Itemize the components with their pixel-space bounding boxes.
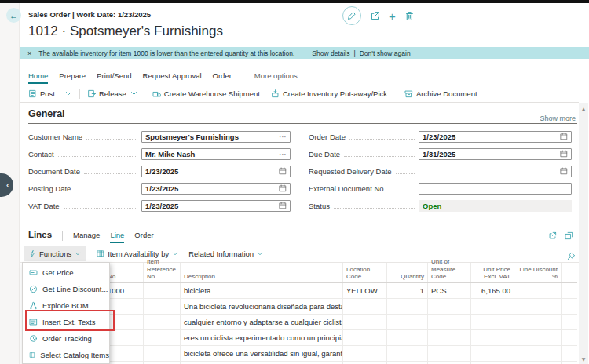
- menu-item-insert-ext-texts[interactable]: Insert Ext. Texts: [23, 314, 109, 330]
- cell-description[interactable]: cualquier entorno y adaptarse a cualquie…: [181, 315, 343, 329]
- contact-input[interactable]: Mr. Mike Nash ···: [141, 148, 291, 160]
- scroll-up-icon[interactable]: ▲: [579, 104, 588, 113]
- calendar-icon[interactable]: [560, 150, 568, 158]
- cell-line-discount[interactable]: [514, 330, 562, 345]
- column-header-unit-price-excl-vat[interactable]: Unit Price Excl. VAT: [471, 263, 514, 282]
- lines-tab-line[interactable]: Line: [110, 231, 124, 243]
- scroll-down-icon[interactable]: ▼: [579, 354, 588, 363]
- vat-date-input[interactable]: 1/23/2025: [141, 200, 291, 212]
- column-header-location-code[interactable]: Location Code: [343, 263, 387, 282]
- release-dropdown-chevron[interactable]: [130, 91, 137, 96]
- cell-location-code[interactable]: YELLOW: [343, 283, 387, 298]
- cell-item-reference-no[interactable]: [144, 346, 181, 361]
- edit-button[interactable]: [342, 6, 361, 25]
- document-date-input[interactable]: 1/23/2025: [141, 166, 291, 177]
- menu-item-select-catalog-items[interactable]: Select Catalog Items: [23, 347, 109, 363]
- cell-quantity[interactable]: [387, 346, 428, 361]
- cell-line-discount[interactable]: [514, 299, 562, 314]
- create-warehouse-shipment-button[interactable]: Create Warehouse Shipment: [152, 89, 260, 98]
- cell-unit-of-measure[interactable]: [428, 346, 471, 361]
- cell-description[interactable]: bicicleta: [181, 283, 343, 298]
- cell-unit-price[interactable]: 6,165.00: [471, 283, 514, 298]
- cell-unit-of-measure[interactable]: [428, 330, 471, 345]
- cell-no[interactable]: [104, 330, 144, 345]
- cell-item-reference-no[interactable]: [144, 330, 181, 345]
- table-row[interactable]: cualquier entorno y adaptarse a cualquie…: [104, 315, 577, 330]
- cell-no[interactable]: [104, 299, 144, 314]
- delete-button[interactable]: [404, 11, 415, 21]
- cell-unit-of-measure[interactable]: [428, 315, 471, 329]
- column-header-description[interactable]: Description: [181, 263, 343, 282]
- archive-document-button[interactable]: Archive Document: [404, 89, 477, 98]
- column-header-line-discount[interactable]: Line Discount %: [514, 263, 562, 282]
- close-icon[interactable]: ×: [27, 49, 31, 57]
- related-information-button[interactable]: Related Information: [188, 249, 263, 258]
- cell-quantity[interactable]: 1: [387, 283, 428, 298]
- menu-item-get-line-discount[interactable]: Get Line Discount...: [23, 281, 109, 297]
- table-row[interactable]: 1000 bicicleta YELLOW 1 PCS 6,165.00: [104, 283, 577, 299]
- functions-menu-button[interactable]: Functions: [24, 246, 86, 261]
- cell-unit-price[interactable]: [471, 315, 514, 329]
- cell-line-discount[interactable]: [514, 283, 562, 298]
- share-button[interactable]: [370, 11, 380, 21]
- release-button[interactable]: Release: [87, 89, 126, 98]
- create-inventory-putaway-button[interactable]: Create Inventory Put-away/Pick...: [271, 89, 393, 98]
- cell-quantity[interactable]: [387, 299, 428, 314]
- table-row[interactable]: Una bicicleta revolucionaria diseñada pa…: [104, 299, 577, 315]
- calendar-icon[interactable]: [279, 202, 287, 209]
- cell-line-discount[interactable]: [514, 346, 562, 361]
- column-header-quantity[interactable]: Quantity: [387, 263, 428, 282]
- cell-no[interactable]: [104, 315, 144, 329]
- lines-tab-manage[interactable]: Manage: [73, 231, 100, 242]
- lookup-icon[interactable]: ···: [280, 133, 287, 140]
- cell-line-discount[interactable]: [514, 315, 562, 329]
- calendar-icon[interactable]: [279, 167, 287, 175]
- more-options[interactable]: More options: [254, 71, 298, 80]
- cell-item-reference-no[interactable]: [144, 283, 181, 298]
- posting-date-input[interactable]: 1/23/2025: [141, 183, 291, 195]
- cell-unit-of-measure[interactable]: PCS: [428, 283, 471, 298]
- tab-request-approval[interactable]: Request Approval: [143, 71, 202, 82]
- order-date-input[interactable]: 1/23/2025: [419, 131, 572, 143]
- customer-name-input[interactable]: Spotsmeyer's Furnishings ···: [141, 131, 291, 143]
- menu-item-order-tracking[interactable]: Order Tracking: [23, 330, 109, 347]
- calendar-icon[interactable]: [279, 184, 287, 192]
- external-document-no-input[interactable]: [419, 183, 572, 195]
- post-dropdown-chevron[interactable]: [65, 91, 72, 96]
- cell-location-code[interactable]: [343, 299, 387, 314]
- cell-location-code[interactable]: [343, 315, 387, 329]
- lookup-icon[interactable]: ···: [280, 151, 287, 158]
- column-header-unit-of-measure-code[interactable]: Unit of Measure Code: [428, 263, 471, 282]
- show-more-link[interactable]: Show more: [540, 115, 576, 122]
- tab-print-send[interactable]: Print/Send: [97, 71, 131, 82]
- lines-popout-button[interactable]: [565, 231, 573, 240]
- item-availability-button[interactable]: Item Availability by: [97, 249, 178, 258]
- cell-unit-price[interactable]: [471, 299, 514, 314]
- cell-no[interactable]: [104, 346, 144, 361]
- due-date-input[interactable]: 1/31/2025: [419, 148, 572, 160]
- tab-order[interactable]: Order: [213, 71, 232, 82]
- table-row[interactable]: eres un ciclista experimentado como un p…: [104, 330, 577, 346]
- cell-quantity[interactable]: [387, 315, 428, 329]
- table-row[interactable]: bicicleta ofrece una versatilidad sin ig…: [104, 346, 577, 362]
- cell-item-reference-no[interactable]: [144, 315, 181, 329]
- cell-description[interactable]: eres un ciclista experimentado como un p…: [181, 330, 343, 345]
- menu-item-get-price[interactable]: Get Price...: [23, 264, 109, 281]
- cell-unit-of-measure[interactable]: [428, 299, 471, 314]
- column-header-item-reference-no[interactable]: Item Reference No.: [144, 263, 181, 282]
- dont-show-again-link[interactable]: Don't show again: [360, 49, 411, 57]
- tab-home[interactable]: Home: [28, 71, 48, 84]
- column-header-no[interactable]: No.: [104, 263, 144, 282]
- cell-unit-price[interactable]: [471, 330, 514, 345]
- cell-quantity[interactable]: [387, 330, 428, 345]
- cell-no[interactable]: 1000: [104, 283, 144, 298]
- cell-unit-price[interactable]: [471, 346, 514, 361]
- calendar-icon[interactable]: [560, 167, 568, 175]
- new-record-button[interactable]: +: [389, 10, 396, 22]
- menu-item-explode-bom[interactable]: Explode BOM: [23, 297, 109, 314]
- cell-item-reference-no[interactable]: [144, 299, 181, 314]
- cell-description[interactable]: bicicleta ofrece una versatilidad sin ig…: [181, 346, 343, 361]
- lines-tab-order[interactable]: Order: [134, 231, 153, 242]
- lines-share-button[interactable]: [548, 231, 557, 240]
- show-details-link[interactable]: Show details: [312, 49, 349, 57]
